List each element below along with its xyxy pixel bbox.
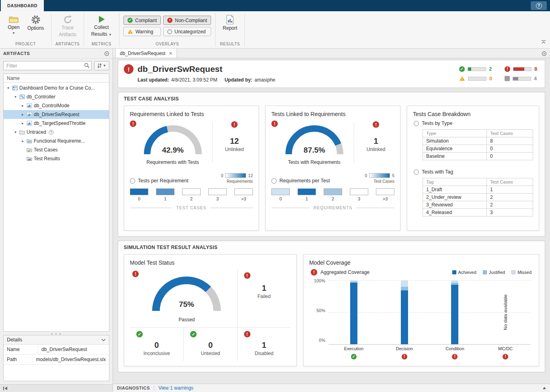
- ribbon: Open ▼ Options PROJECT Trace Artifacts A…: [0, 11, 550, 49]
- tests-with-tag-radio[interactable]: Tests with Tag: [414, 169, 533, 175]
- refresh-icon: [63, 15, 72, 24]
- badge-compliant: ✓ 2: [459, 66, 494, 72]
- untraced-help-icon[interactable]: ?: [49, 130, 54, 135]
- section-title: SIMULATION TEST RESULT ANALYSIS: [118, 241, 545, 253]
- panel-menu-icon[interactable]: [104, 51, 109, 56]
- help-button[interactable]: ?: [531, 1, 547, 10]
- expander-icon[interactable]: ▸: [21, 139, 25, 143]
- coverage-x-label: MC/DC: [480, 346, 531, 351]
- coverage-legend: Achieved Justified Missed: [452, 270, 532, 275]
- error-icon: !: [311, 269, 317, 276]
- tab-db-driverswrequest[interactable]: db_DriverSwRequest ✕: [115, 48, 177, 58]
- colorbar-legend: 0 12 Requirements: [221, 173, 253, 184]
- radio-icon[interactable]: [414, 169, 419, 175]
- ribbon-group-metrics: Collect Results ▼ METRICS: [84, 11, 119, 48]
- chevron-down-icon: [101, 339, 106, 341]
- radio-icon[interactable]: [130, 178, 135, 184]
- tree-item-test-results[interactable]: Test Results: [4, 154, 109, 163]
- group-label-overlays: OVERLAYS: [119, 41, 215, 48]
- tree-item-test-cases[interactable]: Test Cases: [4, 145, 109, 154]
- help-icon: ?: [536, 3, 542, 9]
- badge-bar: [513, 67, 532, 71]
- svg-text:!: !: [462, 77, 463, 81]
- svg-text:!: !: [130, 31, 131, 34]
- overlay-compliant-toggle[interactable]: ✓ Compliant: [123, 16, 161, 25]
- radio-icon[interactable]: [271, 178, 277, 184]
- tests-by-type-radio[interactable]: Tests by Type: [414, 120, 533, 126]
- open-button[interactable]: Open ▼: [4, 13, 23, 36]
- report-button[interactable]: Report: [220, 13, 240, 32]
- histogram-bin: >3: [376, 188, 394, 201]
- card-model-coverage: Model Coverage ! Aggregated Coverage Ach…: [303, 254, 539, 366]
- artifacts-panel-title: ARTIFACTS: [3, 51, 30, 56]
- trace-artifacts-button[interactable]: Trace Artifacts: [55, 13, 79, 39]
- collapse-panel-icon[interactable]: [2, 386, 8, 391]
- tests-by-type-table: Type Test Cases Simulation8 Equivalence0…: [423, 129, 533, 160]
- expand-diagnostics-icon[interactable]: [543, 387, 546, 389]
- ribbon-collapse-icon[interactable]: [541, 39, 546, 45]
- options-button[interactable]: Options: [24, 13, 47, 32]
- tree-item-db-targetspeedthrottle[interactable]: ▸ db_TargetSpeedThrottle: [4, 119, 109, 128]
- tree-item-untraced[interactable]: ▾ Untraced ?: [4, 128, 109, 137]
- ribbon-group-project: Open ▼ Options PROJECT: [0, 11, 51, 48]
- histogram-bin: >3: [234, 188, 253, 201]
- coverage-y-axis: 100% 50% 0%: [312, 280, 328, 345]
- expander-icon[interactable]: ▾: [6, 86, 10, 90]
- badge-bar: [468, 77, 486, 81]
- close-tab-icon[interactable]: ✕: [168, 51, 172, 56]
- table-row: 3_Reviewed2: [423, 201, 533, 209]
- tree-item-db-controller[interactable]: ▾ db_Controller: [4, 92, 109, 101]
- error-icon: !: [505, 66, 510, 72]
- expander-icon[interactable]: ▾: [13, 95, 18, 99]
- coverage-status-icons: ✓!!!: [328, 353, 531, 359]
- section-test-case-analysis: TEST CASE ANALYSIS Requirements Linked t…: [118, 92, 545, 237]
- tree-column-header: Name: [4, 74, 109, 83]
- artifacts-panel-header: ARTIFACTS: [0, 49, 113, 59]
- details-splitter[interactable]: ● ● ●: [0, 332, 113, 335]
- project-icon: [12, 85, 18, 91]
- tests-per-requirement-histogram: 0123>3: [130, 188, 253, 201]
- overlay-uncategorized-toggle[interactable]: Uncategorized: [163, 27, 211, 36]
- aggregated-coverage-label: ! Aggregated Coverage: [311, 269, 369, 276]
- sort-button[interactable]: ▼: [94, 61, 109, 70]
- expander-icon[interactable]: ▸: [21, 104, 25, 108]
- overlay-non-compliant-toggle[interactable]: ! Non-Compliant: [163, 16, 211, 25]
- collect-results-button[interactable]: Collect Results ▼: [88, 13, 115, 38]
- overlay-warning-toggle[interactable]: ! Warning: [123, 27, 161, 36]
- histogram-bin-label: >3: [376, 196, 394, 201]
- histogram-bin: 3: [208, 188, 227, 201]
- tree-item-project[interactable]: ▾ Dashboard Demo for a Cruise Co...: [4, 84, 109, 92]
- sort-icon: [97, 63, 102, 68]
- histogram-bin-label: >3: [234, 196, 253, 201]
- expander-icon[interactable]: ▸: [21, 112, 25, 116]
- artifacts-tree-panel: Name ▾ Dashboard Demo for a Cruise Co...…: [3, 74, 109, 332]
- legend-swatch-achieved: [452, 270, 456, 274]
- model-icon: [19, 94, 25, 100]
- tree-item-functional-requirements[interactable]: ▸ Functional Requireme...: [4, 137, 109, 145]
- radio-icon[interactable]: [414, 121, 419, 126]
- tests-per-requirement-radio[interactable]: Tests per Requirement: [130, 178, 189, 184]
- requirements-per-test-radio[interactable]: Requirements per Test: [271, 178, 330, 184]
- svg-text:75%: 75%: [179, 300, 194, 308]
- badge-count: 0: [489, 76, 494, 82]
- tree-item-db-driverswrequest[interactable]: ▸ db_DriverSwRequest: [4, 110, 109, 119]
- error-icon: !: [244, 331, 250, 337]
- tree-item-db-controlmode[interactable]: ▸ db_ControlMode: [4, 101, 109, 110]
- filter-input[interactable]: [3, 61, 92, 70]
- error-icon: !: [132, 271, 139, 277]
- ribbon-tab-dashboard[interactable]: DASHBOARD: [1, 0, 44, 11]
- expander-icon[interactable]: ▾: [13, 130, 18, 134]
- details-header[interactable]: Details: [4, 335, 109, 345]
- expander-icon[interactable]: ▸: [21, 121, 25, 125]
- card-tests-linked-to-requirements: Tests Linked to Requirements ! 87.5%: [265, 106, 400, 231]
- badge-bar: [513, 77, 531, 81]
- panel-menu-icon[interactable]: [542, 51, 547, 56]
- error-icon: !: [373, 121, 379, 128]
- view-warnings-link[interactable]: View 1 warnings: [158, 385, 193, 391]
- requirements-folder-icon: [27, 138, 32, 144]
- error-icon: !: [167, 18, 172, 23]
- chevron-down-icon: ▼: [103, 64, 106, 67]
- check-icon: ✓: [351, 354, 357, 359]
- histogram-bin: 0: [130, 188, 148, 201]
- chevron-down-icon: ▼: [109, 33, 112, 37]
